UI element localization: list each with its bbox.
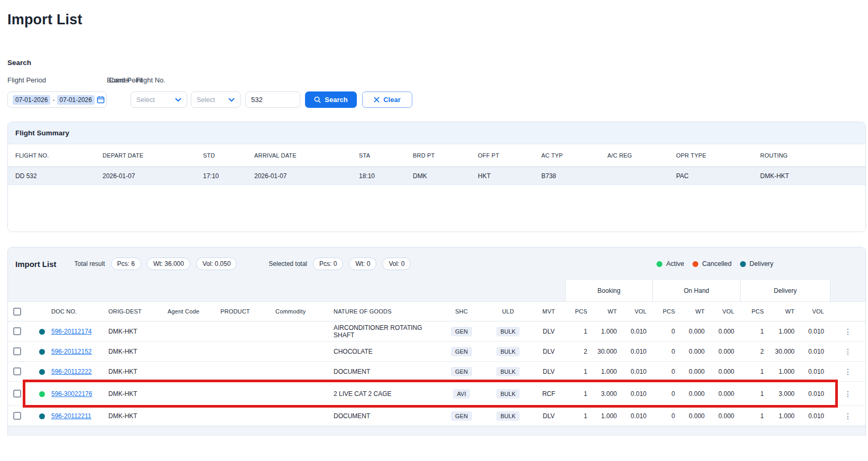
delivery-vol-cell: 0.010 xyxy=(801,412,830,420)
column-header-agent-code: Agent Code xyxy=(168,308,220,315)
shc-badge: GEN xyxy=(451,367,472,376)
status-dot-icon xyxy=(39,329,45,335)
total-pcs-badge: Pcs: 6 xyxy=(111,257,141,270)
onhand-pcs-cell: 0 xyxy=(653,348,681,355)
column-header: A/C REG xyxy=(607,152,676,159)
booking-pcs-cell: 1 xyxy=(565,368,594,375)
column-header-shc: SHC xyxy=(439,308,484,315)
sta-cell: 18:10 xyxy=(359,172,413,180)
column-header-product: PRODUCT xyxy=(220,308,275,315)
onhand-vol-cell: 0.000 xyxy=(711,390,741,398)
table-row[interactable]: 596-20112222 DMK-HKT DOCUMENT GEN BULK D… xyxy=(8,362,865,382)
table-row[interactable]: 596-20112152 DMK-HKT CHOCOLATE GEN BULK … xyxy=(8,342,865,362)
table-row[interactable]: 596-30022176 DMK-HKT 2 LIVE CAT 2 CAGE A… xyxy=(8,382,865,406)
row-checkbox[interactable] xyxy=(13,327,21,335)
doc-no-link[interactable]: 596-20112211 xyxy=(51,412,91,420)
shc-badge: AVI xyxy=(453,389,470,399)
orig-dest-cell: DMK-HKT xyxy=(108,412,168,420)
column-header: STD xyxy=(203,152,254,159)
flight-no-input[interactable] xyxy=(245,91,300,108)
select-all-checkbox[interactable] xyxy=(13,308,21,316)
selected-vol-badge: Vol: 0 xyxy=(382,257,411,270)
onhand-pcs-cell: 0 xyxy=(653,390,681,398)
legend-delivery: Delivery xyxy=(740,260,773,268)
kebab-menu-icon[interactable]: ⋮ xyxy=(842,347,854,356)
column-header-onhand-vol: VOL xyxy=(711,308,741,315)
shc-badge: GEN xyxy=(451,411,472,421)
booking-vol-cell: 0.010 xyxy=(623,368,653,375)
onhand-vol-cell: 0.000 xyxy=(711,348,741,355)
nature-of-goods-cell: 2 LIVE CAT 2 CAGE xyxy=(334,390,439,398)
brd-pt-cell: DMK xyxy=(413,172,478,180)
onhand-pcs-cell: 0 xyxy=(653,368,681,375)
row-checkbox[interactable] xyxy=(13,347,21,355)
booking-vol-cell: 0.010 xyxy=(623,412,653,420)
column-header: ARRIVAL DATE xyxy=(254,152,359,159)
legend-active-label: Active xyxy=(666,260,684,268)
column-header: OFF PT xyxy=(478,152,541,159)
booking-vol-cell: 0.010 xyxy=(623,390,653,398)
board-point-select[interactable]: Select xyxy=(131,91,187,108)
delivery-pcs-cell: 1 xyxy=(741,328,770,335)
doc-no-link[interactable]: 596-20112174 xyxy=(51,328,92,335)
flight-period-range-input[interactable]: 07-01-2026 - 07-01-2026 xyxy=(7,91,107,108)
row-checkbox[interactable] xyxy=(13,412,21,420)
booking-pcs-cell: 2 xyxy=(565,348,594,355)
delivery-vol-cell: 0.010 xyxy=(801,368,830,375)
search-heading: Search xyxy=(7,59,868,67)
column-header: STA xyxy=(359,152,413,159)
column-header-doc-no: DOC NO. xyxy=(51,308,108,315)
kebab-menu-icon[interactable]: ⋮ xyxy=(842,367,854,376)
carrier-placeholder: Select xyxy=(197,96,215,104)
uld-badge: BULK xyxy=(496,411,520,421)
doc-no-link[interactable]: 596-20112152 xyxy=(51,348,92,355)
booking-pcs-cell: 1 xyxy=(565,328,594,335)
status-dot-icon xyxy=(39,391,45,397)
calendar-icon[interactable] xyxy=(97,96,105,104)
group-header-spacer xyxy=(830,280,865,301)
selected-pcs-badge: Pcs: 0 xyxy=(313,257,343,270)
table-row[interactable]: 596-20112174 DMK-HKT AIRCONDITIONER ROTA… xyxy=(8,321,865,342)
search-button[interactable]: Search xyxy=(305,91,357,108)
cancelled-dot-icon xyxy=(692,261,698,267)
flight-period-label: Flight Period xyxy=(7,76,107,84)
group-header-row: Booking On Hand Delivery xyxy=(8,280,865,302)
uld-badge: BULK xyxy=(496,347,520,356)
kebab-menu-icon[interactable]: ⋮ xyxy=(842,412,854,420)
flight-period-to-value[interactable]: 07-01-2026 xyxy=(57,95,95,105)
search-button-label: Search xyxy=(325,96,347,104)
clear-button[interactable]: Clear xyxy=(362,91,412,108)
uld-badge: BULK xyxy=(496,327,520,336)
import-table-body: 596-20112174 DMK-HKT AIRCONDITIONER ROTA… xyxy=(8,321,865,426)
booking-vol-cell: 0.010 xyxy=(623,348,653,355)
routing-cell: DMK-HKT xyxy=(760,172,865,180)
delivery-vol-cell: 0.010 xyxy=(801,348,830,355)
booking-wt-cell: 1.000 xyxy=(594,368,623,375)
carrier-flight-label: Carrier - Flight No. xyxy=(109,76,241,84)
status-dot-icon xyxy=(39,349,45,355)
doc-no-link[interactable]: 596-20112222 xyxy=(51,368,92,375)
column-header-delivery-vol: VOL xyxy=(801,308,830,315)
selected-wt-badge: Wt: 0 xyxy=(349,257,376,270)
table-row[interactable]: 596-20112211 DMK-HKT DOCUMENT GEN BULK D… xyxy=(8,406,865,426)
kebab-menu-icon[interactable]: ⋮ xyxy=(842,390,854,398)
booking-wt-cell: 3.000 xyxy=(594,390,623,398)
shc-badge: GEN xyxy=(451,347,472,356)
onhand-pcs-cell: 0 xyxy=(653,328,681,335)
flight-period-from-value[interactable]: 07-01-2026 xyxy=(13,95,50,105)
row-checkbox[interactable] xyxy=(13,367,21,375)
row-checkbox[interactable] xyxy=(13,390,21,398)
doc-no-link[interactable]: 596-30022176 xyxy=(51,390,92,398)
column-header-delivery-wt: WT xyxy=(770,308,801,315)
kebab-menu-icon[interactable]: ⋮ xyxy=(842,327,854,336)
import-list-panel: Import List Total result Pcs: 6 Wt: 36.0… xyxy=(7,247,866,436)
carrier-select[interactable]: Select xyxy=(191,91,241,108)
total-vol-badge: Vol: 0.050 xyxy=(196,257,237,270)
delivery-pcs-cell: 2 xyxy=(741,348,770,355)
chevron-down-icon xyxy=(175,98,181,102)
column-header-orig-dest: ORIG-DEST xyxy=(108,308,168,315)
onhand-vol-cell: 0.000 xyxy=(711,412,741,420)
flight-summary-row[interactable]: DD 532 2026-01-07 17:10 2026-01-07 18:10… xyxy=(8,167,865,185)
nature-of-goods-cell: CHOCOLATE xyxy=(334,348,439,355)
page-title: Import List xyxy=(7,12,868,28)
